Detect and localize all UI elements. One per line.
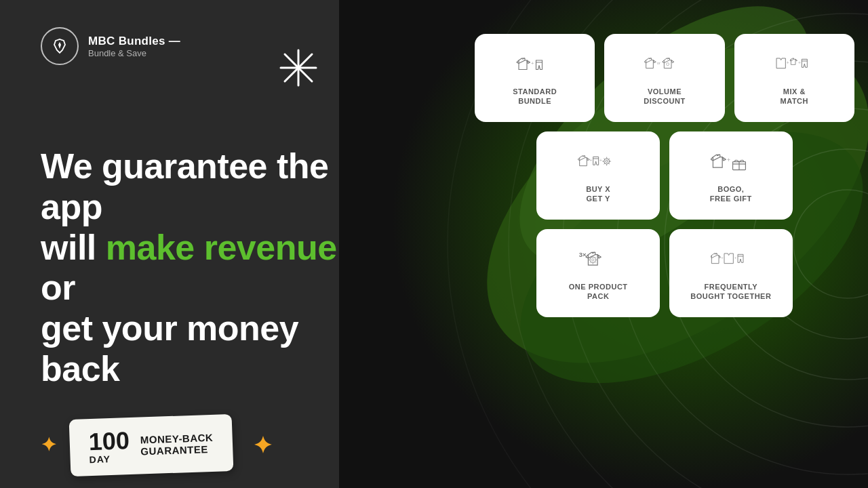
card-label-frequently-bought-together: FREQUENTLYBOUGHT TOGETHER — [690, 282, 771, 302]
card-icon-mix-match: + + — [774, 53, 814, 80]
svg-point-28 — [590, 257, 596, 263]
card-icon-one-product-pack: 3× — [578, 248, 618, 275]
star-decoration-left: ✦ — [41, 434, 56, 456]
badge-number-area: 100 DAY — [88, 428, 130, 465]
star-decoration-right: ✦ — [253, 432, 272, 459]
svg-text:+: + — [590, 157, 593, 162]
svg-text:+: + — [599, 157, 602, 162]
heading-highlight: make revenue — [106, 228, 337, 267]
card-label-bogo-free-gift: BOGO,FREE GIFT — [710, 184, 752, 204]
card-one-product-pack: 3× ONE PRODUCTPACK — [536, 229, 660, 317]
svg-text:+: + — [727, 157, 730, 163]
card-label-buy-x-get-y: BUY XGET Y — [586, 184, 610, 204]
guarantee-area: ✦ 100 DAY MONEY-BACK GUARANTEE ✦ — [41, 417, 380, 474]
card-label-volume-discount: VOLUMEDISCOUNT — [644, 87, 685, 106]
heading-line2-start: will — [41, 228, 106, 267]
card-standard-bundle: + STANDARDBUNDLE — [475, 34, 595, 122]
logo-icon — [50, 37, 69, 56]
svg-text:+: + — [798, 60, 801, 64]
svg-text:or: or — [657, 61, 660, 65]
left-panel: MBC Bundles — Bundle & Save We guarantee… — [0, 0, 420, 488]
svg-point-18 — [667, 62, 669, 65]
right-panel: + STANDARDBUNDLE or — [475, 34, 854, 317]
card-icon-buy-x-get-y: + + — [578, 150, 618, 178]
svg-text:+: + — [721, 256, 724, 260]
svg-point-29 — [592, 258, 594, 260]
badge-day: DAY — [89, 453, 111, 465]
card-label-one-product-pack: ONE PRODUCTPACK — [569, 282, 628, 302]
heading-line2-end: or — [41, 268, 75, 307]
card-volume-discount: or VOLUMEDISCOUNT — [604, 34, 724, 122]
logo-area: MBC Bundles — Bundle & Save — [41, 27, 380, 65]
card-buy-x-get-y: + + BUY XGET Y — [536, 131, 660, 220]
svg-text:+: + — [531, 60, 534, 66]
card-label-standard-bundle: STANDARDBUNDLE — [513, 87, 557, 106]
cards-row2: + + BUY XGET Y — [475, 131, 854, 220]
svg-text:+: + — [787, 60, 789, 64]
heading-line1: We guarantee the app — [41, 146, 328, 226]
badge-line2: GUARANTEE — [140, 443, 214, 458]
brand-title: MBC Bundles — — [88, 35, 180, 48]
card-icon-frequently-bought-together: + + — [711, 248, 751, 275]
cards-row3: 3× ONE PRODUCTPACK — [475, 229, 854, 317]
svg-text:3×: 3× — [579, 251, 587, 258]
card-icon-volume-discount: or — [644, 53, 685, 80]
card-icon-bogo-free-gift: + — [711, 150, 751, 178]
card-label-mix-match: MIX &MATCH — [781, 87, 808, 106]
main-heading: We guarantee the app will make revenue o… — [41, 146, 380, 390]
card-icon-standard-bundle: + — [515, 53, 555, 80]
badge-text-area: MONEY-BACK GUARANTEE — [140, 432, 214, 458]
logo-circle — [41, 27, 79, 65]
svg-point-24 — [606, 160, 608, 162]
card-mix-match: + + MIX &MATCH — [734, 34, 854, 122]
heading-line3: get your money back — [41, 308, 298, 388]
svg-text:+: + — [734, 256, 736, 260]
cards-row1: + STANDARDBUNDLE or — [475, 34, 854, 122]
logo-text: MBC Bundles — Bundle & Save — [88, 35, 180, 58]
guarantee-badge: 100 DAY MONEY-BACK GUARANTEE — [69, 414, 233, 476]
badge-number: 100 — [88, 428, 130, 454]
card-frequently-bought-together: + + FREQUENTLYBOUGHT TOGETHER — [669, 229, 793, 317]
brand-subtitle: Bundle & Save — [88, 48, 180, 58]
card-bogo-free-gift: + BOGO,FREE GIFT — [669, 131, 793, 220]
